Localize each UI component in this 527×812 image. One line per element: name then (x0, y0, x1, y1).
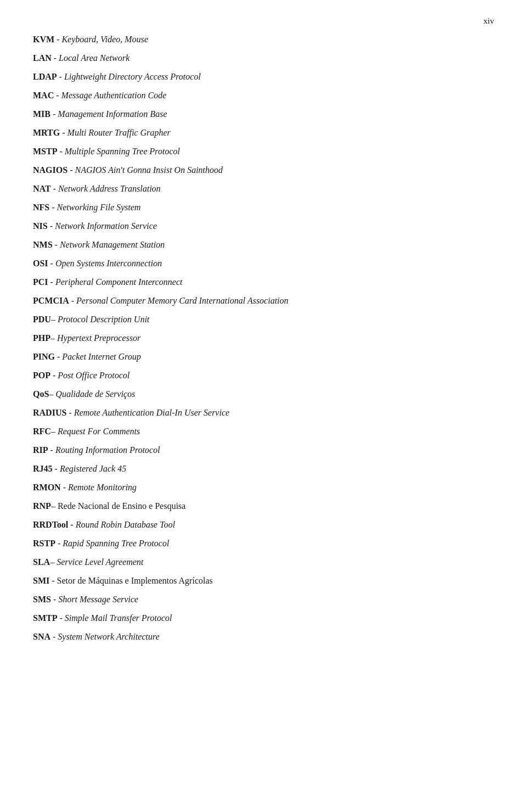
definition: Message Authentication Code (61, 91, 167, 100)
abbreviation: PCMCIA (33, 296, 69, 305)
separator: - (60, 128, 67, 137)
definition: Packet Internet Group (62, 352, 141, 361)
separator: – (51, 315, 58, 324)
definition: Networking File System (57, 203, 141, 212)
separator: - (52, 53, 59, 63)
list-item: NFS - Networking File System (33, 201, 494, 214)
list-item: RFC– Request For Comments (33, 425, 494, 438)
separator: – (50, 557, 57, 567)
list-item: RMON - Remote Monitoring (33, 481, 494, 494)
definition: Remote Monitoring (68, 483, 137, 492)
list-item: LAN - Local Area Network (33, 52, 494, 65)
list-item: NAGIOS - NAGIOS Ain't Gonna Insist On Sa… (33, 164, 494, 177)
separator: – (51, 427, 58, 436)
separator: – (49, 389, 55, 399)
abbreviation: PDU (33, 315, 51, 324)
definition: System Network Architecture (58, 632, 159, 641)
separator: - (66, 408, 74, 417)
definition: Multiple Spanning Tree Protocol (65, 147, 180, 156)
definition: Network Management Station (60, 240, 165, 249)
definition: Request For Comments (58, 427, 140, 436)
list-item: RSTP - Rapid Spanning Tree Protocol (33, 537, 494, 550)
definition: Network Information Service (55, 221, 157, 231)
separator: - (51, 632, 58, 641)
definition: Simple Mail Transfer Protocol (65, 613, 172, 623)
list-item: MAC - Message Authentication Code (33, 89, 494, 102)
abbreviation: SMS (33, 595, 51, 604)
separator: - (48, 259, 55, 268)
list-item: PDU– Protocol Description Unit (33, 313, 494, 326)
abbreviation: RADIUS (33, 408, 66, 417)
abbreviation: MAC (33, 91, 54, 100)
list-item: RNP– Rede Nacional de Ensino e Pesquisa (33, 500, 494, 513)
abbreviation: PHP (33, 333, 51, 343)
abbreviation: POP (33, 371, 51, 380)
definition: Personal Computer Memory Card Internatio… (76, 296, 288, 305)
list-item: PING - Packet Internet Group (33, 350, 494, 363)
separator: - (48, 221, 55, 231)
list-item: SNA - System Network Architecture (33, 630, 494, 643)
separator: - (51, 371, 58, 380)
separator: - (51, 109, 58, 119)
acronym-list: KVM - Keyboard, Video, MouseLAN - Local … (33, 33, 494, 643)
separator: - (68, 165, 75, 175)
list-item: NAT - Network Address Translation (33, 182, 494, 195)
separator: - (51, 184, 58, 193)
definition: Local Area Network (59, 53, 130, 63)
separator: - (53, 464, 60, 473)
page-number: xiv (484, 16, 494, 26)
abbreviation: RSTP (33, 539, 55, 548)
list-item: POP - Post Office Protocol (33, 369, 494, 382)
abbreviation: MRTG (33, 128, 60, 137)
definition: Rapid Spanning Tree Protocol (63, 539, 169, 548)
abbreviation: OSI (33, 259, 48, 268)
abbreviation: RFC (33, 427, 51, 436)
definition: Management Information Base (58, 109, 167, 119)
separator: - (57, 613, 64, 623)
abbreviation: MSTP (33, 147, 57, 156)
abbreviation: SLA (33, 557, 50, 567)
separator: - (49, 203, 57, 212)
list-item: OSI - Open Systems Interconnection (33, 257, 494, 270)
list-item: KVM - Keyboard, Video, Mouse (33, 33, 494, 46)
separator: - (55, 539, 63, 548)
definition: Open Systems Interconnection (55, 259, 162, 268)
separator: - (48, 445, 55, 455)
list-item: MSTP - Multiple Spanning Tree Protocol (33, 145, 494, 158)
page-container: xiv KVM - Keyboard, Video, MouseLAN - Lo… (0, 0, 527, 671)
definition: Service Level Agreement (57, 557, 143, 567)
abbreviation: NAT (33, 184, 51, 193)
list-item: RRDTool - Round Robin Database Tool (33, 518, 494, 531)
definition: Setor de Máquinas e Implementos Agrícola… (57, 576, 213, 585)
separator: - (54, 91, 61, 100)
separator: - (51, 595, 58, 604)
abbreviation: RMON (33, 483, 61, 492)
abbreviation: RNP (33, 501, 51, 511)
definition: Round Robin Database Tool (76, 520, 175, 529)
list-item: SMS - Short Message Service (33, 593, 494, 606)
abbreviation: SMTP (33, 613, 57, 623)
definition: Hypertext Preprocessor (57, 333, 141, 343)
abbreviation: RRDTool (33, 520, 68, 529)
definition: Multi Router Traffic Grapher (68, 128, 171, 137)
separator: - (68, 520, 75, 529)
separator: - (61, 483, 68, 492)
list-item: SMTP - Simple Mail Transfer Protocol (33, 612, 494, 625)
separator: - (54, 35, 61, 44)
abbreviation: PCI (33, 277, 48, 287)
list-item: RJ45 - Registered Jack 45 (33, 462, 494, 475)
abbreviation: SNA (33, 632, 51, 641)
abbreviation: LDAP (33, 72, 57, 81)
definition: NAGIOS Ain't Gonna Insist On Sainthood (75, 165, 222, 175)
separator: – (51, 333, 57, 343)
definition: Rede Nacional de Ensino e Pesquisa (58, 501, 186, 511)
definition: Protocol Description Unit (58, 315, 149, 324)
definition: Post Office Protocol (58, 371, 130, 380)
definition: Registered Jack 45 (60, 464, 126, 473)
definition: Qualidade de Serviços (55, 389, 135, 399)
definition: Short Message Service (58, 595, 138, 604)
list-item: LDAP - Lightweight Directory Access Prot… (33, 70, 494, 83)
list-item: NIS - Network Information Service (33, 220, 494, 233)
abbreviation: NIS (33, 221, 48, 231)
definition: Network Address Translation (58, 184, 161, 193)
